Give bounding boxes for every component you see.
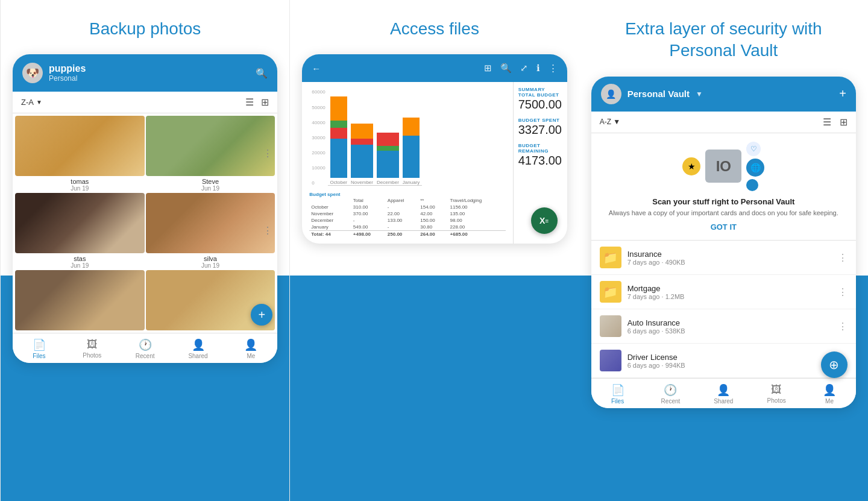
more-icon-steve[interactable]: ⋮	[263, 149, 272, 159]
nav-photos-1[interactable]: 🖼 Photos	[66, 338, 119, 359]
nav-me-1[interactable]: 👤 Me	[224, 338, 277, 359]
nav-files-1[interactable]: 📄 Files	[13, 338, 66, 359]
photo-thumb-tomas	[15, 116, 145, 176]
file-item-license[interactable]: Driver License 6 days ago · 994KB	[591, 344, 856, 378]
bar-dec-red	[377, 133, 399, 146]
file-item-insurance[interactable]: 📁 Insurance 7 days ago · 490KB ⋮	[591, 241, 856, 275]
avatar-face-3: 👤	[601, 84, 621, 104]
summary-total-label: SUMMARYTOTAL BUDGET	[518, 87, 562, 98]
bar-oct-red	[330, 128, 347, 139]
photo-item-stas[interactable]: stas Jun 19	[15, 193, 145, 269]
got-it-button[interactable]: GOT IT	[711, 222, 737, 232]
grid-view-icon[interactable]: ⊞	[261, 96, 269, 108]
mortgage-info: Mortgage 7 days ago · 1.2MB	[627, 284, 832, 300]
shared-icon-1: 👤	[192, 338, 205, 351]
auto-more-icon[interactable]: ⋮	[838, 321, 848, 332]
nav-shared-label-1: Shared	[188, 353, 207, 359]
bar-october: October	[330, 89, 347, 185]
share-icon[interactable]: ⤢	[520, 63, 528, 74]
photo-grid: tomas Jun 19 Steve Jun 19 ⋮ stas Jun 19 …	[13, 113, 277, 333]
vault-small-icons: ♡ 🌐	[746, 142, 764, 191]
scan-fab[interactable]: ⊕	[821, 351, 848, 378]
vault-sort-label[interactable]: A-Z ▼	[600, 118, 621, 126]
row-january: January 549.00 - 30.80 228.00	[309, 224, 505, 231]
info-icon[interactable]: ℹ	[536, 63, 540, 74]
photo-item-extra1[interactable]	[15, 270, 145, 330]
insurance-more-icon[interactable]: ⋮	[838, 252, 848, 263]
nav-recent-3[interactable]: 🕐 Recent	[644, 383, 697, 405]
nav-shared-1[interactable]: 👤 Shared	[172, 338, 225, 359]
y-label-0: 0	[312, 180, 325, 186]
panel1-title: Backup photos	[89, 18, 201, 40]
sort-view-icons: ☰ ⊞	[245, 96, 269, 108]
td-nov-xx: 42.00	[418, 210, 448, 217]
summary-spent-label: BUDGET SPENT	[518, 118, 562, 123]
nav-files-label-3: Files	[611, 398, 624, 405]
td-jan-travel: 228.00	[448, 224, 506, 231]
y-label-5: 50000	[312, 105, 325, 110]
td-dec-apparel: 133.00	[386, 217, 418, 224]
table-icon[interactable]: ⊞	[484, 63, 492, 74]
vault-globe-icon: 🌐	[746, 159, 764, 177]
phone-wrapper-2: ← ⊞ 🔍 ⤢ ℹ ⋮ 6	[302, 54, 567, 477]
file-item-mortgage[interactable]: 📁 Mortgage 7 days ago · 1.2MB ⋮	[591, 275, 856, 309]
recent-icon-1: 🕐	[139, 338, 152, 351]
chart-section: 60000 50000 40000 30000 20000 10000 0	[302, 82, 512, 244]
summary-remaining-label: BUDGET REMAINING	[518, 143, 562, 154]
bar-nov-orange	[351, 124, 373, 139]
back-icon[interactable]: ←	[312, 63, 321, 74]
y-label-4: 40000	[312, 120, 325, 125]
header-search[interactable]: 🔍	[256, 68, 268, 79]
user-avatar-1: 🐶	[22, 63, 43, 83]
vault-dot-icon	[746, 179, 758, 191]
auto-info: Auto Insurance 6 days ago · 538KB	[627, 318, 832, 335]
bottom-nav-3: 📄 Files 🕐 Recent 👤 Shared 🖼 Photos 👤	[591, 378, 856, 408]
photo-thumb-extra1	[15, 270, 145, 330]
nav-me-3[interactable]: 👤 Me	[803, 383, 856, 405]
td-oct-xx: 154.00	[418, 204, 448, 210]
photo-item-steve[interactable]: Steve Jun 19 ⋮	[146, 116, 275, 192]
vault-grid-icon[interactable]: ⊞	[840, 116, 848, 128]
col-total: Total	[351, 197, 386, 204]
sort-label-1[interactable]: Z-A ▼	[21, 98, 42, 107]
nav-shared-3[interactable]: 👤 Shared	[697, 383, 750, 405]
nav-photos-3[interactable]: 🖼 Photos	[750, 383, 803, 405]
mortgage-more-icon[interactable]: ⋮	[838, 286, 848, 298]
insurance-folder-icon: 📁	[600, 247, 621, 268]
bar-november: November	[351, 89, 373, 185]
recent-icon-3: 🕐	[664, 383, 677, 397]
more-icon-silva[interactable]: ⋮	[263, 226, 272, 236]
phone-3: 👤 Personal Vault ▼ + A-Z ▼ ☰ ⊞ ★	[591, 77, 856, 408]
folder-name: puppies	[49, 63, 86, 74]
bar-label-oct: October	[330, 180, 347, 185]
nav-files-3[interactable]: 📄 Files	[591, 383, 644, 405]
summary-remaining-value: 4173.00	[518, 154, 562, 168]
bar-nov-red	[351, 139, 373, 145]
photo-item-extra2[interactable]: +	[146, 270, 275, 330]
more-icon-2[interactable]: ⋮	[549, 63, 558, 74]
auto-name: Auto Insurance	[627, 318, 832, 327]
me-icon-1: 👤	[244, 338, 257, 351]
row-october: October 310.00 - 154.00 1156.00	[309, 204, 505, 210]
bar-jan-blue	[403, 136, 420, 178]
bottom-nav-1: 📄 Files 🖼 Photos 🕐 Recent 👤 Shared 👤	[13, 333, 277, 363]
photo-item-tomas[interactable]: tomas Jun 19	[15, 116, 145, 192]
bar-stack-nov	[351, 124, 373, 178]
vault-add-icon[interactable]: +	[839, 87, 846, 101]
bar-jan-orange	[403, 118, 420, 136]
nav-recent-1[interactable]: 🕐 Recent	[119, 338, 172, 359]
search-icon-2[interactable]: 🔍	[500, 63, 512, 74]
excel-fab[interactable]: X ≡	[531, 207, 558, 234]
access-files-panel: Access files ← ⊞ 🔍 ⤢ ℹ ⋮	[290, 0, 579, 501]
td-jan-total: 549.00	[351, 224, 386, 231]
photo-item-silva[interactable]: silva Jun 19 ⋮	[146, 193, 275, 269]
row-december: December - 133.00 150.00 98.00	[309, 217, 505, 224]
search-icon[interactable]: 🔍	[256, 68, 268, 78]
list-view-icon[interactable]: ☰	[245, 96, 254, 108]
mortgage-meta: 7 days ago · 1.2MB	[627, 293, 832, 300]
file-item-auto[interactable]: Auto Insurance 6 days ago · 538KB ⋮	[591, 309, 856, 344]
chart-area: 60000 50000 40000 30000 20000 10000 0	[304, 84, 510, 188]
budget-table: Total Apparel ** Travel/Lodging October …	[309, 197, 505, 238]
vault-chevron-icon[interactable]: ▼	[696, 90, 703, 98]
vault-list-icon[interactable]: ☰	[823, 116, 831, 128]
